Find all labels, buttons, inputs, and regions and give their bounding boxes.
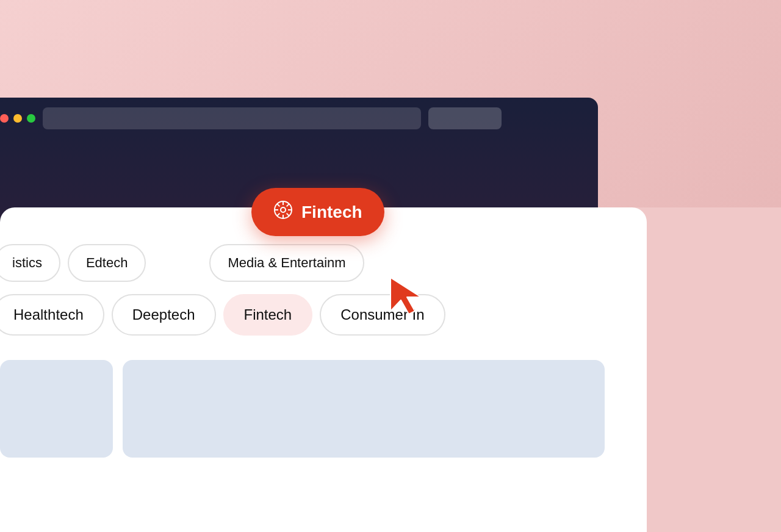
dot-yellow <box>13 114 22 123</box>
pills-row-2: Healthtech Deeptech Fintech Consumer In <box>0 294 647 354</box>
svg-line-8 <box>287 204 289 206</box>
pill-edtech[interactable]: Edtech <box>68 244 146 282</box>
browser-action-button[interactable] <box>428 107 502 129</box>
pill-media[interactable]: Media & Entertainm <box>209 244 364 282</box>
svg-marker-10 <box>390 278 421 314</box>
fintech-tooltip-label: Fintech <box>301 203 362 222</box>
browser-topbar <box>0 98 598 139</box>
pill-consumer[interactable]: Consumer In <box>320 294 445 336</box>
fintech-icon <box>273 200 293 224</box>
pill-logistics[interactable]: istics <box>0 244 60 282</box>
browser-dots <box>0 114 35 123</box>
pill-deeptech[interactable]: Deeptech <box>112 294 216 336</box>
svg-line-9 <box>277 214 279 216</box>
svg-point-1 <box>281 207 286 212</box>
card-1 <box>0 360 113 458</box>
svg-line-7 <box>287 214 289 216</box>
fintech-tooltip-pill[interactable]: Fintech <box>251 188 384 236</box>
content-card: istics Edtech Media & Entertainm Healtht… <box>0 207 647 532</box>
address-bar[interactable] <box>43 107 421 129</box>
svg-line-6 <box>277 204 279 206</box>
card-2 <box>123 360 605 458</box>
dot-green <box>27 114 35 123</box>
pill-healthtech[interactable]: Healthtech <box>0 294 104 336</box>
pill-fintech[interactable]: Fintech <box>223 294 313 336</box>
cards-row <box>0 360 647 458</box>
dot-red <box>0 114 9 123</box>
